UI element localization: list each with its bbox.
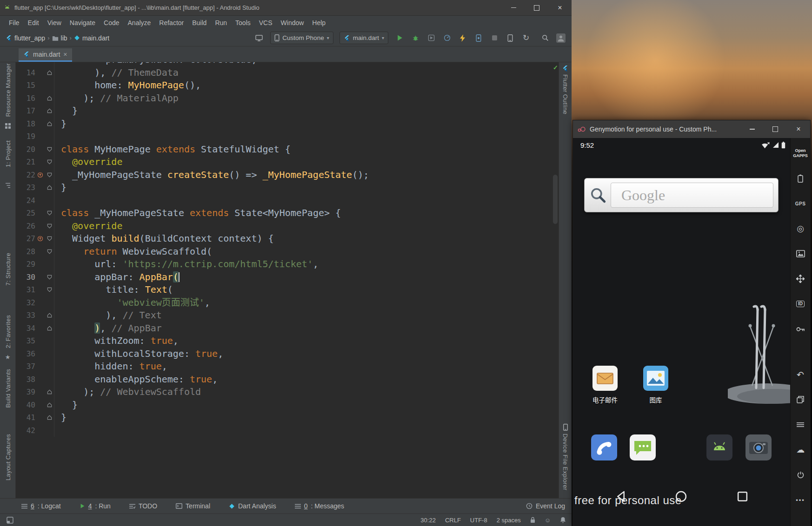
menu-run[interactable]: Run <box>211 19 231 26</box>
code-line-38[interactable]: 38 enableAppScheme: true, <box>16 373 552 386</box>
status-encoding[interactable]: UTF-8 <box>470 517 487 524</box>
device-manager-button[interactable] <box>505 33 515 43</box>
google-search-widget[interactable]: Google <box>584 178 779 212</box>
attach-debugger-button[interactable] <box>473 33 484 43</box>
code-line-15[interactable]: 15 home: MyHomePage(), <box>16 79 552 92</box>
toolwindow-toggle-icon[interactable] <box>7 517 13 524</box>
geny-move-button[interactable] <box>791 266 810 291</box>
lock-icon[interactable] <box>530 517 535 523</box>
menu-window[interactable]: Window <box>277 19 308 26</box>
layout-preview-icon[interactable] <box>254 33 264 43</box>
geny-back-button[interactable]: ↶ <box>791 362 810 387</box>
run-button[interactable] <box>394 33 405 43</box>
maximize-button[interactable] <box>525 0 548 15</box>
apply-changes-button[interactable] <box>458 33 468 43</box>
code-line-13[interactable]: 13 primarySwatch: Colors.blue, <box>16 62 552 66</box>
star-icon[interactable]: ★ <box>5 354 11 360</box>
maximize-button[interactable] <box>764 120 787 138</box>
fold-end-icon[interactable] <box>45 108 54 114</box>
code-line-39[interactable]: 39 ); // WebviewScaffold <box>16 386 552 399</box>
geny-cloud-button[interactable]: ☁ <box>791 437 810 462</box>
geny-battery-button[interactable] <box>791 166 810 191</box>
tool-button-7-structure[interactable]: 7: Structure <box>4 253 11 286</box>
code-line-40[interactable]: 40 } <box>16 399 552 412</box>
fold-end-icon[interactable] <box>45 402 54 408</box>
code-line-22[interactable]: 22 _MyHomePageState createState() => _My… <box>16 169 552 182</box>
editor-viewport[interactable]: 13 primarySwatch: Colors.blue,14 ), // T… <box>16 62 552 498</box>
tool-button-build-variants[interactable]: Build Variants <box>4 369 11 408</box>
geny-more-button[interactable]: ••• <box>791 487 810 513</box>
genymotion-titlebar[interactable]: Genymotion for personal use - Custom Ph.… <box>573 120 810 138</box>
code-line-27[interactable]: 27 Widget build(BuildContext context) { <box>16 232 552 245</box>
override-marker-icon[interactable] <box>35 236 45 242</box>
code-line-34[interactable]: 34 ), // AppBar <box>16 322 552 335</box>
run-config-selector[interactable]: main.dart ▾ <box>339 32 388 44</box>
app-superuser[interactable] <box>706 434 732 460</box>
nav-recents-icon[interactable] <box>736 490 749 503</box>
code-line-36[interactable]: 36 withLocalStorage: true, <box>16 348 552 361</box>
geny-capture-button[interactable] <box>791 241 810 266</box>
stop-button[interactable] <box>489 33 499 43</box>
event-log-button[interactable]: Event Log <box>526 502 565 510</box>
code-line-41[interactable]: 41} <box>16 411 552 424</box>
search-button[interactable] <box>540 33 550 43</box>
menu-tools[interactable]: Tools <box>231 19 255 26</box>
code-line-21[interactable]: 21 @override <box>16 156 552 169</box>
menu-help[interactable]: Help <box>308 19 330 26</box>
tool-tab-todo[interactable]: TODO <box>129 502 157 510</box>
debug-button[interactable] <box>410 33 420 43</box>
fold-start-icon[interactable] <box>45 146 54 152</box>
fold-end-icon[interactable] <box>45 414 54 421</box>
code-line-14[interactable]: 14 ), // ThemeData <box>16 66 552 79</box>
menu-vcs[interactable]: VCS <box>255 19 277 26</box>
code-line-33[interactable]: 33 ), // Text <box>16 309 552 322</box>
menu-refactor[interactable]: Refactor <box>155 19 188 26</box>
code-line-31[interactable]: 31 title: Text( <box>16 283 552 296</box>
fold-start-icon[interactable] <box>45 249 54 255</box>
code-line-19[interactable]: 19 <box>16 130 552 143</box>
close-button[interactable]: × <box>787 120 810 138</box>
avatar-button[interactable] <box>556 33 566 43</box>
close-button[interactable]: × <box>548 0 572 15</box>
close-icon[interactable]: × <box>63 51 67 58</box>
tool-button-layout-captures[interactable]: Layout Captures <box>4 434 11 480</box>
menu-code[interactable]: Code <box>100 19 123 26</box>
fold-start-icon[interactable] <box>45 223 54 229</box>
grid-icon[interactable] <box>5 123 11 129</box>
profiler-button[interactable] <box>442 33 452 43</box>
inspection-stripe[interactable]: ✓ <box>552 62 559 498</box>
code-line-29[interactable]: 29 url: 'https://m.ctrip.com/html5/ticke… <box>16 258 552 271</box>
fold-end-icon[interactable] <box>45 389 54 395</box>
geny-power-button[interactable] <box>791 462 810 487</box>
status-caret-position[interactable]: 30:22 <box>420 517 436 524</box>
emulator-screen[interactable]: 9:52 Google <box>573 138 790 526</box>
breadcrumb-item-lib[interactable]: lib <box>52 34 67 42</box>
tool-button-1-project[interactable]: 1: Project <box>4 140 11 167</box>
fold-end-icon[interactable] <box>45 184 54 191</box>
code-line-35[interactable]: 35 withZoom: true, <box>16 335 552 348</box>
geny-copy-button[interactable] <box>791 387 810 412</box>
code-line-37[interactable]: 37 hidden: true, <box>16 360 552 373</box>
tool-button-resource-manager[interactable]: Resource Manager <box>4 63 11 117</box>
code-line-25[interactable]: 25class _MyHomePageState extends State<M… <box>16 207 552 220</box>
code-line-18[interactable]: 18} <box>16 118 552 131</box>
breadcrumb-item-flutter_app[interactable]: flutter_app <box>6 34 45 42</box>
code-editor[interactable]: 13 primarySwatch: Colors.blue,14 ), // T… <box>16 62 559 498</box>
tool-tab-run[interactable]: 4: Run <box>80 502 111 510</box>
tool-tab-messages[interactable]: 0: Messages <box>295 502 344 510</box>
fold-start-icon[interactable] <box>45 210 54 216</box>
geny-gps-button[interactable]: GPS <box>791 191 810 216</box>
code-line-23[interactable]: 23} <box>16 181 552 194</box>
tool-button-flutter-outline[interactable]: Flutter Outline <box>562 65 569 114</box>
geny-identifiers-button[interactable]: ID <box>791 291 810 316</box>
tool-tab-terminal[interactable]: Terminal <box>176 502 210 510</box>
fold-end-icon[interactable] <box>45 70 54 76</box>
status-line-ending[interactable]: CRLF <box>445 517 461 524</box>
tool-button-2-favorites[interactable]: 2: Favorites <box>4 315 11 348</box>
fold-end-icon[interactable] <box>45 325 54 331</box>
hector-icon[interactable]: ☺ <box>545 517 551 523</box>
search-input[interactable]: Google <box>611 183 773 208</box>
menu-file[interactable]: File <box>5 19 24 26</box>
code-line-17[interactable]: 17 } <box>16 105 552 118</box>
fold-start-icon[interactable] <box>45 172 54 178</box>
